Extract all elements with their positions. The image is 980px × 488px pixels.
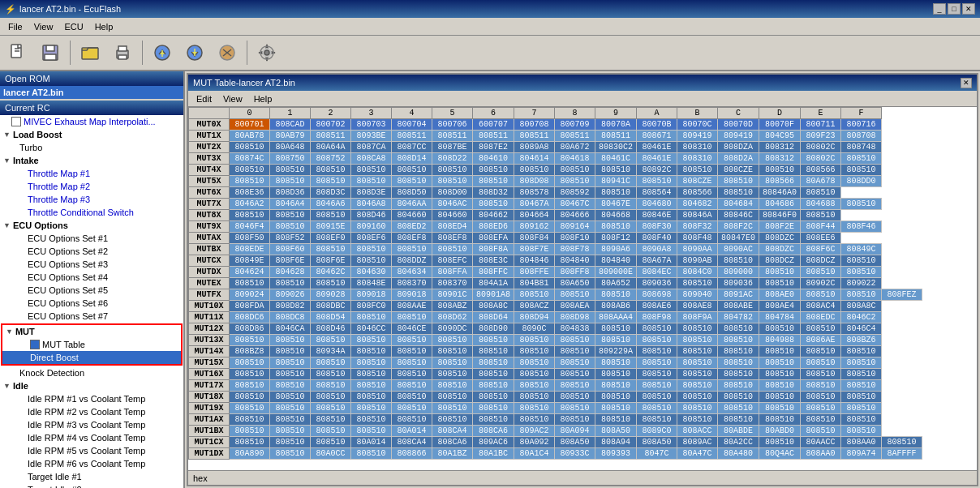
table-cell[interactable]: 808F6C xyxy=(801,244,841,255)
table-cell[interactable]: 808510 xyxy=(392,312,432,323)
throttle2-item[interactable]: Throttle Map #2 xyxy=(0,180,183,193)
table-cell[interactable]: 808510 xyxy=(230,210,270,221)
table-cell[interactable]: 808510 xyxy=(718,369,759,380)
table-cell[interactable]: 8047C xyxy=(637,448,677,460)
table-cell[interactable]: 808AB6 xyxy=(595,301,637,312)
table-cell[interactable]: 80A094 xyxy=(555,426,595,437)
table-cell[interactable]: 808510 xyxy=(230,357,270,369)
table-cell[interactable]: 809028 xyxy=(311,289,351,301)
table-cell[interactable]: 808A8C xyxy=(841,301,882,312)
table-cell[interactable]: 808510 xyxy=(718,323,759,335)
table-cell[interactable]: 808CA4 xyxy=(432,426,473,437)
targetidle1-item[interactable]: Target Idle #1 xyxy=(0,470,183,483)
table-cell[interactable]: 808510 xyxy=(270,346,311,357)
idlerpm2-item[interactable]: Idle RPM #2 vs Coolant Temp xyxy=(0,405,183,418)
table-cell[interactable]: 808D82 xyxy=(270,301,311,312)
table-cell[interactable]: 808510 xyxy=(514,380,555,392)
table-cell[interactable]: 808DZC xyxy=(759,233,801,244)
table-cell[interactable]: 808510 xyxy=(555,357,595,369)
table-cell[interactable]: 808510 xyxy=(555,346,595,357)
table-cell[interactable]: 809A74 xyxy=(841,448,882,460)
table-cell[interactable]: 808510 xyxy=(230,165,270,176)
table-cell[interactable]: 80A47C xyxy=(677,448,718,460)
table-cell[interactable]: 80A67A xyxy=(637,255,677,267)
table-cell[interactable]: 808510 xyxy=(759,414,801,426)
table-cell[interactable]: 80AB78 xyxy=(230,131,270,142)
table-cell[interactable]: 808510 xyxy=(759,392,801,403)
table-cell[interactable]: 808510 xyxy=(555,165,595,176)
table-cell[interactable]: 804686 xyxy=(759,199,801,210)
table-cell[interactable]: 808CA6 xyxy=(432,437,473,448)
table-cell[interactable]: 804682 xyxy=(677,199,718,210)
table-cell[interactable]: 808AAA4 xyxy=(595,312,637,323)
table-cell[interactable]: 808510 xyxy=(555,414,595,426)
table-cell[interactable]: 808CZE xyxy=(677,176,718,187)
table-cell[interactable]: 808F8A xyxy=(473,244,514,255)
table-cell[interactable]: 808510 xyxy=(595,414,637,426)
table-cell[interactable]: 808510 xyxy=(759,369,801,380)
table-cell[interactable]: 808DCZ xyxy=(801,255,841,267)
intake-section[interactable]: ▼ Intake xyxy=(0,154,183,167)
table-cell[interactable]: 804624 xyxy=(230,267,270,278)
table-cell[interactable]: 808510 xyxy=(677,369,718,380)
table-cell[interactable]: 808F60 xyxy=(270,244,311,255)
table-cell[interactable]: 808D62 xyxy=(432,312,473,323)
table-cell[interactable]: 808510 xyxy=(841,369,882,380)
table-cell[interactable]: 808510 xyxy=(718,176,759,187)
table-cell[interactable]: 808510 xyxy=(637,357,677,369)
table-cell[interactable]: 809040 xyxy=(677,289,718,301)
table-cell[interactable]: 8087CC xyxy=(392,142,432,153)
table-cell[interactable]: 80A1BC xyxy=(473,448,514,460)
table-cell[interactable]: 80941C xyxy=(595,176,637,187)
table-cell[interactable]: 808510 xyxy=(801,346,841,357)
table-cell[interactable]: 808510 xyxy=(637,335,677,346)
table-cell[interactable]: 808F50 xyxy=(230,233,270,244)
table-cell[interactable]: 808510 xyxy=(432,380,473,392)
table-cell[interactable]: 808510 xyxy=(595,335,637,346)
table-cell[interactable]: 808312 xyxy=(759,142,801,153)
table-cell[interactable]: 808510 xyxy=(677,357,718,369)
table-cell[interactable]: 808D36 xyxy=(270,187,311,199)
table-cell[interactable]: 808310 xyxy=(677,153,718,165)
minimize-button[interactable]: _ xyxy=(933,3,946,15)
table-cell[interactable]: 809F23 xyxy=(801,131,841,142)
table-cell[interactable]: 808510 xyxy=(555,289,595,301)
table-cell[interactable]: 808D46 xyxy=(351,210,392,221)
table-cell[interactable]: 80901A8 xyxy=(473,289,514,301)
table-cell[interactable]: 808578 xyxy=(514,187,555,199)
table-cell[interactable]: 808592 xyxy=(555,187,595,199)
table-cell[interactable]: 80A014 xyxy=(351,437,392,448)
table-cell[interactable]: 800701 xyxy=(230,119,270,131)
table-cell[interactable]: 808510 xyxy=(514,414,555,426)
table-cell[interactable]: 808E36 xyxy=(230,187,270,199)
table-cell[interactable]: 808D00 xyxy=(432,187,473,199)
table-cell[interactable]: 808698 xyxy=(637,289,677,301)
table-cell[interactable]: 808510 xyxy=(841,380,882,392)
title-bar-buttons[interactable]: _ □ ✕ xyxy=(933,3,975,15)
table-cell[interactable]: 804662 xyxy=(473,210,514,221)
table-cell[interactable]: 808866 xyxy=(392,448,432,460)
table-cell[interactable]: 808510 xyxy=(311,210,351,221)
table-cell[interactable]: 808CA6 xyxy=(473,426,514,437)
table-cell[interactable]: 808510 xyxy=(270,335,311,346)
table-cell[interactable]: 808D3E xyxy=(351,187,392,199)
table-cell[interactable]: 8046CE xyxy=(392,323,432,335)
table-cell[interactable]: 808510 xyxy=(270,165,311,176)
table-cell[interactable]: 8046C4 xyxy=(841,323,882,335)
table-cell[interactable]: 8046CA xyxy=(270,323,311,335)
directboost-item[interactable]: Direct Boost xyxy=(2,351,181,364)
table-cell[interactable]: 808EF8 xyxy=(432,233,473,244)
table-cell[interactable]: 808ACZ xyxy=(514,301,555,312)
table-cell[interactable]: 808510 xyxy=(270,426,311,437)
table-cell[interactable]: 808510 xyxy=(637,369,677,380)
table-cell[interactable]: 808510 xyxy=(841,357,882,369)
table-cell[interactable]: 808510 xyxy=(351,165,392,176)
table-cell[interactable]: 80A650 xyxy=(555,278,595,289)
table-cell[interactable]: 809022 xyxy=(841,278,882,289)
table-cell[interactable]: 808510 xyxy=(392,369,432,380)
table-cell[interactable]: 80467A xyxy=(514,199,555,210)
table-cell[interactable]: 8046A2 xyxy=(230,199,270,210)
muttable-checkbox[interactable] xyxy=(30,340,40,349)
table-cell[interactable]: 808510 xyxy=(637,392,677,403)
table-cell[interactable]: 808752 xyxy=(311,153,351,165)
